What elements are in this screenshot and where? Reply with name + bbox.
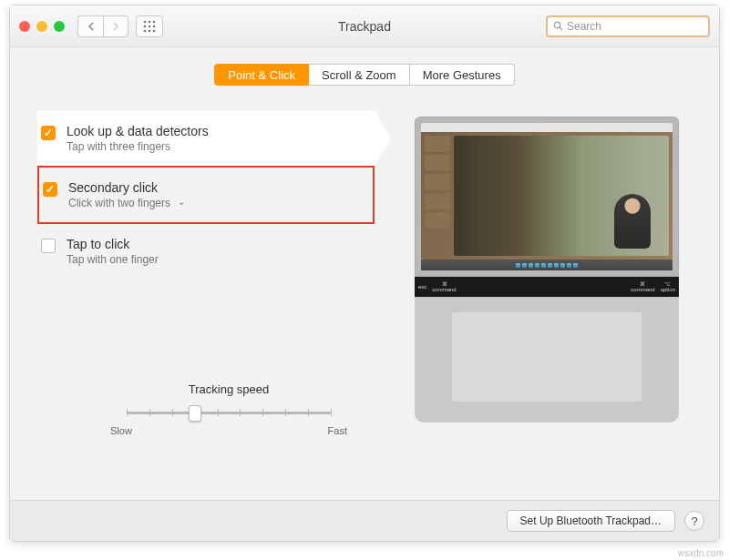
- option-subtitle: Tap with one finger: [67, 253, 159, 266]
- svg-point-7: [149, 29, 151, 32]
- svg-point-9: [554, 22, 560, 28]
- minimize-icon[interactable]: [36, 21, 47, 32]
- content: Point & Click Scroll & Zoom More Gesture…: [10, 47, 719, 500]
- tab-more-gestures[interactable]: More Gestures: [410, 64, 515, 86]
- option-title: Secondary click: [68, 180, 185, 195]
- tabs: Point & Click Scroll & Zoom More Gesture…: [37, 64, 692, 86]
- option-secondary-click[interactable]: Secondary click Click with two fingers: [37, 166, 375, 224]
- search-icon: [553, 21, 563, 31]
- tab-scroll-zoom[interactable]: Scroll & Zoom: [309, 64, 410, 86]
- prefs-window: Trackpad Search Point & Click Scroll & Z…: [9, 5, 720, 542]
- option-subtitle: Tap with three fingers: [67, 140, 209, 153]
- option-title: Tap to click: [67, 237, 159, 251]
- search-placeholder: Search: [567, 20, 601, 33]
- thumbs: [425, 136, 450, 229]
- tracking-speed-slider[interactable]: [127, 403, 331, 422]
- option-subtitle-dropdown[interactable]: Click with two fingers: [68, 197, 185, 209]
- watermark: wsxdn.com: [678, 548, 724, 558]
- tab-point-click[interactable]: Point & Click: [214, 64, 309, 86]
- option-look-up[interactable]: Look up & data detectors Tap with three …: [37, 111, 375, 166]
- svg-line-10: [560, 27, 562, 30]
- svg-point-6: [144, 29, 147, 32]
- footer: Set Up Bluetooth Trackpad… ?: [10, 500, 719, 541]
- trackpad-surface: [451, 311, 642, 402]
- svg-point-1: [149, 20, 151, 23]
- tracking-speed-label: Tracking speed: [110, 382, 347, 396]
- laptop-screen: [415, 117, 679, 277]
- show-all-button[interactable]: [136, 15, 163, 37]
- checkbox-tap-to-click[interactable]: [41, 239, 56, 253]
- laptop-body: [415, 297, 679, 423]
- titlebar: Trackpad Search: [10, 5, 719, 47]
- preview-pane: esc ⌘command ⌘command ⌥option: [402, 111, 692, 487]
- checkbox-look-up[interactable]: [41, 126, 56, 140]
- svg-point-5: [153, 25, 156, 27]
- nav-buttons: [77, 15, 128, 37]
- zoom-icon[interactable]: [54, 21, 65, 32]
- setup-bluetooth-button[interactable]: Set Up Bluetooth Trackpad…: [507, 510, 675, 532]
- close-icon[interactable]: [19, 21, 30, 32]
- search-input[interactable]: Search: [546, 15, 710, 37]
- help-button[interactable]: ?: [684, 511, 704, 531]
- tracking-speed: Tracking speed Slow Fast: [110, 382, 347, 436]
- laptop-preview: esc ⌘command ⌘command ⌥option: [415, 117, 679, 423]
- screen-content: [421, 123, 673, 260]
- back-button[interactable]: [77, 15, 103, 37]
- svg-point-3: [144, 25, 147, 27]
- svg-point-4: [149, 25, 151, 27]
- svg-point-2: [153, 20, 156, 23]
- checkbox-secondary-click[interactable]: [43, 182, 57, 197]
- forward-button[interactable]: [103, 15, 128, 37]
- slider-max: Fast: [328, 425, 347, 436]
- option-title: Look up & data detectors: [67, 124, 209, 138]
- option-tap-to-click[interactable]: Tap to click Tap with one finger: [37, 224, 375, 279]
- svg-point-8: [153, 29, 156, 32]
- touchbar: esc ⌘command ⌘command ⌥option: [415, 277, 679, 297]
- dock-icon: [421, 260, 673, 270]
- photo: [454, 136, 669, 256]
- window-controls: [19, 21, 65, 32]
- slider-min: Slow: [110, 425, 132, 436]
- slider-knob[interactable]: [189, 405, 201, 422]
- svg-point-0: [144, 20, 147, 23]
